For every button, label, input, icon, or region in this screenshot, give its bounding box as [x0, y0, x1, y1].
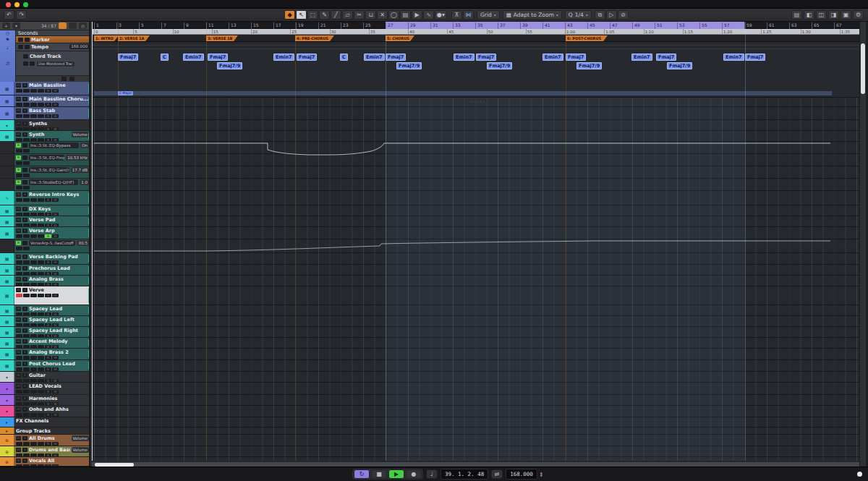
marker-track-row[interactable]: Marker [16, 36, 90, 43]
track-control-button[interactable] [23, 294, 30, 297]
chord-track-row[interactable]: Chord Track Use Monitored Trac [16, 51, 90, 76]
split-tool[interactable]: ✂ [354, 10, 365, 20]
mute-button[interactable]: m [16, 448, 21, 452]
volume-box[interactable]: Volume [72, 435, 89, 441]
chord-event[interactable]: Fmaj7 [208, 54, 228, 61]
tempo-spinner[interactable]: ▲▼ [540, 472, 542, 477]
track-control-button[interactable] [16, 356, 22, 359]
read-automation-button[interactable]: R [16, 143, 21, 148]
mute-button[interactable]: m [16, 266, 21, 271]
track-type-icon[interactable]: ▦ [0, 360, 14, 371]
track-control-button[interactable] [30, 442, 37, 446]
track-row-spacey-lead-left[interactable]: ▦msSpacey Lead LeftRW [0, 316, 90, 327]
track-control-button[interactable]: W [52, 260, 59, 264]
track-control-button[interactable] [30, 294, 37, 297]
volume-box[interactable]: Volume [72, 447, 89, 453]
mute-button[interactable]: m [16, 339, 21, 344]
chord-event[interactable]: Emin7 [542, 54, 563, 61]
chord-event[interactable]: Emin7 [723, 54, 744, 61]
snap-on-off-button[interactable]: ⋈ [463, 10, 474, 20]
automation-extra-button[interactable] [16, 186, 22, 190]
track-control-button[interactable] [30, 260, 37, 264]
mute-button[interactable]: m [16, 277, 21, 281]
undo-button[interactable]: ↶ [4, 10, 14, 20]
chord-event[interactable]: Fmaj7/9 [667, 62, 692, 69]
mute-button[interactable]: m [16, 218, 21, 222]
track-type-icon[interactable]: ▦ [0, 227, 14, 239]
chord-mute-icon[interactable] [23, 54, 28, 59]
chord-event[interactable]: Fmaj7/9 [396, 62, 422, 69]
chord-event[interactable]: Fmaj7 [745, 54, 765, 61]
track-row-analog-brass[interactable]: ▦msAnalog BrassRW [0, 276, 90, 286]
grid-type-combo[interactable]: ▦ Adapt to Zoom▾ [503, 10, 562, 20]
track-view-button[interactable] [69, 22, 77, 29]
line-tool[interactable]: ╱ [331, 10, 341, 20]
track-control-button[interactable] [23, 356, 30, 359]
mute-button[interactable]: m [16, 207, 21, 211]
track-control-button[interactable] [38, 356, 44, 359]
track-type-icon[interactable]: ▦ [0, 216, 14, 226]
track-row-verse-pad[interactable]: ▦msVerse PadRW [0, 216, 90, 227]
track-type-icon[interactable]: ▦ [0, 95, 14, 106]
chord-event[interactable]: Fmaj7 [386, 54, 406, 61]
close-window-button[interactable] [6, 2, 11, 7]
marker-flag[interactable]: 6: POST-CHORUS [566, 35, 608, 41]
track-control-button[interactable]: R [45, 356, 51, 359]
track-control-button[interactable] [16, 442, 22, 446]
solo-button[interactable]: s [22, 266, 27, 271]
chord-event[interactable]: Emin7 [183, 54, 204, 61]
horizontal-scrollbar[interactable] [92, 461, 859, 467]
chord-event[interactable]: Fmaj7 [118, 54, 138, 61]
quantize-off[interactable]: ⊘ [618, 10, 629, 20]
automation-extra-button[interactable] [16, 149, 22, 153]
window-settings[interactable]: ⚙ [853, 10, 864, 20]
marker-flag[interactable]: 1: INTRO [94, 35, 119, 41]
mute-button[interactable]: m [16, 373, 21, 378]
track-row-synth[interactable]: ▦msSynthVolumeRW [0, 131, 90, 142]
track-row-harmonies[interactable]: ▾msHarmoniesRW [0, 395, 90, 406]
track-type-icon[interactable] [0, 142, 14, 153]
track-filter-button[interactable] [59, 22, 67, 29]
track-type-icon[interactable] [0, 166, 14, 178]
track-control-button[interactable] [30, 89, 37, 93]
track-control-button[interactable] [38, 89, 44, 93]
track-row-prechorus-lead[interactable]: ▦msPrechorus LeadRW [0, 265, 90, 276]
track-control-button[interactable] [16, 234, 22, 238]
automation-extra-button[interactable] [16, 161, 22, 165]
marker-jump-icon[interactable] [25, 38, 30, 42]
mute-button[interactable]: m [16, 108, 21, 113]
solo-button[interactable]: s [22, 307, 27, 311]
track-control-button[interactable] [30, 198, 37, 202]
track-type-icon[interactable]: ▦ [0, 327, 14, 337]
track-type-icon[interactable]: ▦ [0, 316, 14, 326]
track-type-icon[interactable] [0, 239, 14, 252]
track-control-button[interactable] [23, 198, 30, 202]
quantize-combo[interactable]: Q 1/4▾ [565, 10, 592, 20]
track-control-button[interactable] [30, 413, 37, 417]
track-control-button[interactable] [16, 294, 22, 297]
track-control-button[interactable]: W [52, 367, 59, 371]
automation-parameter-name[interactable]: VerseArp-S..liasCutoff [29, 240, 75, 246]
chord-event[interactable]: Emin7 [631, 54, 652, 61]
track-type-icon[interactable]: ▦ [0, 265, 14, 275]
mute-button[interactable]: m [16, 407, 21, 412]
track-row-ins-3-st-eq-freq-hf[interactable]: RIns.:3:St..EQ-Freq(HF)10.53 kHz [0, 154, 90, 166]
folder-icon[interactable]: ▾ [0, 120, 14, 130]
track-control-button[interactable] [23, 89, 30, 93]
automation-parameter-name[interactable]: Ins.:3:St..EQ-Gain(HF) [29, 167, 69, 173]
track-type-icon[interactable] [0, 179, 14, 190]
track-control-button[interactable] [23, 390, 30, 393]
track-row-vocals-all[interactable]: ⊕msVocals AllRW [0, 457, 90, 467]
automation-mute-button[interactable] [22, 180, 27, 184]
track-row-main-bassline[interactable]: ▦msMain BasslineRW [0, 82, 90, 95]
lower-zone-toggle[interactable]: ◫ [816, 10, 827, 20]
chord-event[interactable]: Fmaj7/9 [576, 62, 602, 69]
folder-icon[interactable]: ▾ [0, 406, 14, 417]
automation-mute-button[interactable] [22, 156, 27, 160]
track-control-button[interactable]: R [45, 294, 51, 297]
tempo-display[interactable]: 168.000 [506, 469, 537, 480]
track-control-button[interactable] [38, 367, 44, 371]
use-monitored-track-button[interactable]: Use Monitored Trac [36, 61, 75, 67]
track-control-button[interactable]: W [52, 103, 59, 106]
track-row-drums-and-bass[interactable]: ⊕msDrums and BassVolumeRW [0, 446, 90, 457]
